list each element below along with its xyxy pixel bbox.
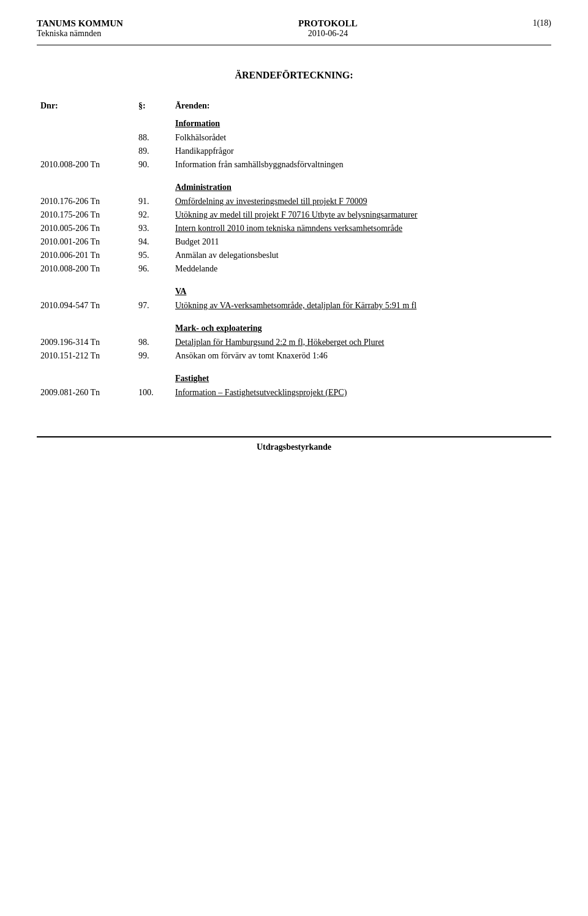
agenda-item-para: 91.	[135, 195, 172, 208]
page-number: 1(18)	[533, 18, 551, 28]
section-header-label: Administration	[172, 176, 551, 195]
agenda-item-desc: Handikappfrågor	[172, 145, 551, 158]
table-row: 88. Folkhälsorådet	[37, 131, 551, 145]
agenda-item-desc: Budget 2011	[172, 235, 551, 249]
section-header-row: Fastighet	[37, 368, 551, 386]
agenda-item-dnr: 2010.175-206 Tn	[37, 208, 135, 222]
header-left: TANUMS KOMMUN Tekniska nämnden	[37, 18, 123, 39]
table-row: 2010.151-212 Tn 99. Ansökan om förvärv a…	[37, 349, 551, 363]
agenda-item-link[interactable]: Utökning av medel till projekt F 70716 U…	[175, 210, 417, 219]
agenda-item-dnr: 2010.094-547 Tn	[37, 299, 135, 312]
section-header-row: VA	[37, 281, 551, 299]
agenda-item-text: Folkhälsorådet	[175, 133, 226, 142]
section-header-row: Information	[37, 113, 551, 131]
table-row: 2010.008-200 Tn 90. Information från sam…	[37, 158, 551, 172]
protocol-date: 2010-06-24	[298, 29, 357, 39]
agenda-item-text: Budget 2011	[175, 237, 219, 246]
agenda-item-dnr: 2010.001-206 Tn	[37, 235, 135, 249]
agenda-item-para: 89.	[135, 145, 172, 158]
agenda-item-link[interactable]: Utökning av VA-verksamhetsområde, detalj…	[175, 301, 417, 310]
col-header-para: §:	[135, 99, 172, 113]
agenda-item-dnr: 2010.005-206 Tn	[37, 222, 135, 235]
section-header-label: Information	[172, 113, 551, 131]
agenda-item-link[interactable]: Detaljplan för Hamburgsund 2:2 m fl, Hök…	[175, 338, 384, 347]
agenda-item-desc: Intern kontroll 2010 inom tekniska nämnd…	[172, 222, 551, 235]
agenda-item-dnr: 2009.196-314 Tn	[37, 336, 135, 349]
agenda-item-desc: Ansökan om förvärv av tomt Knaxeröd 1:46	[172, 349, 551, 363]
agenda-item-dnr: 2009.081-260 Tn	[37, 386, 135, 399]
agenda-item-para: 98.	[135, 336, 172, 349]
table-row: 2010.005-206 Tn 93. Intern kontroll 2010…	[37, 222, 551, 235]
section-header-row: Mark- och exploatering	[37, 317, 551, 336]
agenda-item-para: 90.	[135, 158, 172, 172]
agenda-item-dnr: 2010.008-200 Tn	[37, 158, 135, 172]
agenda-item-para: 94.	[135, 235, 172, 249]
section-header-label: VA	[172, 281, 551, 299]
agenda-item-dnr	[37, 145, 135, 158]
agenda-item-dnr: 2010.006-201 Tn	[37, 249, 135, 262]
table-row: 2010.176-206 Tn 91. Omfördelning av inve…	[37, 195, 551, 208]
agenda-item-desc: Meddelande	[172, 262, 551, 276]
header-right: 1(18)	[533, 18, 551, 28]
col-header-dnr: Dnr:	[37, 99, 135, 113]
footer: Utdragsbestyrkande	[37, 436, 551, 452]
agenda-item-dnr: 2010.151-212 Tn	[37, 349, 135, 363]
agenda-item-para: 95.	[135, 249, 172, 262]
section-header-label: Mark- och exploatering	[172, 317, 551, 336]
agenda-item-text: Meddelande	[175, 264, 217, 273]
agenda-item-para: 97.	[135, 299, 172, 312]
org-name: TANUMS KOMMUN	[37, 18, 123, 29]
agenda-item-text: Information från samhällsbyggnadsförvalt…	[175, 160, 343, 169]
page-header: TANUMS KOMMUN Tekniska nämnden PROTOKOLL…	[37, 18, 551, 45]
agenda-item-text: Ansökan om förvärv av tomt Knaxeröd 1:46	[175, 351, 328, 360]
agenda-item-desc: Omfördelning av investeringsmedel till p…	[172, 195, 551, 208]
agenda-item-link[interactable]: Information – Fastighetsutvecklingsproje…	[175, 388, 347, 397]
agenda-item-dnr: 2010.008-200 Tn	[37, 262, 135, 276]
agenda-item-dnr: 2010.176-206 Tn	[37, 195, 135, 208]
agenda-item-para: 99.	[135, 349, 172, 363]
table-row: 2010.175-206 Tn 92. Utökning av medel ti…	[37, 208, 551, 222]
agenda-item-text: Anmälan av delegationsbeslut	[175, 251, 279, 260]
agenda-item-para: 96.	[135, 262, 172, 276]
agenda-item-desc: Utökning av medel till projekt F 70716 U…	[172, 208, 551, 222]
agenda-item-desc: Folkhälsorådet	[172, 131, 551, 145]
agenda-item-para: 93.	[135, 222, 172, 235]
agenda-item-text: Handikappfrågor	[175, 146, 234, 156]
agenda-table: Dnr: §: Ärenden: Information 88. Folkhäl…	[37, 99, 551, 399]
table-row: 2010.008-200 Tn 96. Meddelande	[37, 262, 551, 276]
agenda-item-para: 88.	[135, 131, 172, 145]
table-row: 2010.094-547 Tn 97. Utökning av VA-verks…	[37, 299, 551, 312]
protocol-title: PROTOKOLL	[298, 18, 357, 29]
agenda-item-desc: Detaljplan för Hamburgsund 2:2 m fl, Hök…	[172, 336, 551, 349]
section-header-row: Administration	[37, 176, 551, 195]
table-row: 2009.081-260 Tn 100. Information – Fasti…	[37, 386, 551, 399]
dept-name: Tekniska nämnden	[37, 29, 123, 39]
col-header-arenden: Ärenden:	[172, 99, 551, 113]
agenda-item-desc: Utökning av VA-verksamhetsområde, detalj…	[172, 299, 551, 312]
table-row: 2010.006-201 Tn 95. Anmälan av delegatio…	[37, 249, 551, 262]
agenda-item-para: 100.	[135, 386, 172, 399]
header-center: PROTOKOLL 2010-06-24	[298, 18, 357, 39]
table-row: 89. Handikappfrågor	[37, 145, 551, 158]
table-row: 2009.196-314 Tn 98. Detaljplan för Hambu…	[37, 336, 551, 349]
main-title: ÄRENDEFÖRTECKNING:	[37, 70, 551, 81]
agenda-item-link[interactable]: Intern kontroll 2010 inom tekniska nämnd…	[175, 224, 402, 233]
agenda-item-dnr	[37, 131, 135, 145]
agenda-item-desc: Anmälan av delegationsbeslut	[172, 249, 551, 262]
table-row: 2010.001-206 Tn 94. Budget 2011	[37, 235, 551, 249]
footer-label: Utdragsbestyrkande	[257, 442, 331, 452]
agenda-item-para: 92.	[135, 208, 172, 222]
agenda-item-link[interactable]: Omfördelning av investeringsmedel till p…	[175, 197, 367, 206]
agenda-item-desc: Information från samhällsbyggnadsförvalt…	[172, 158, 551, 172]
agenda-item-desc: Information – Fastighetsutvecklingsproje…	[172, 386, 551, 399]
section-header-label: Fastighet	[172, 368, 551, 386]
